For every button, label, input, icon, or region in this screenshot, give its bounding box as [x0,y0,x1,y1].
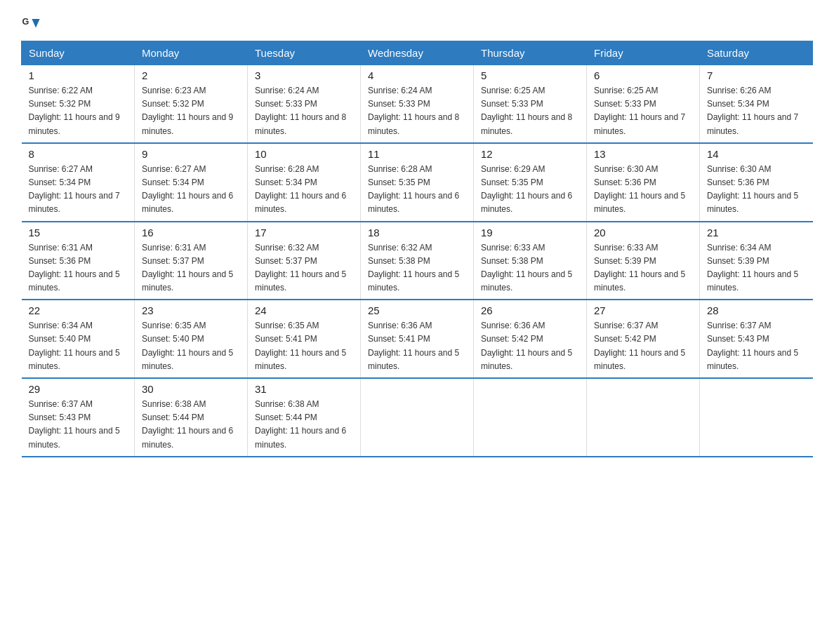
day-info: Sunrise: 6:31 AMSunset: 5:37 PMDaylight:… [142,241,240,295]
calendar-cell: 11 Sunrise: 6:28 AMSunset: 5:35 PMDaylig… [361,143,474,222]
week-row-2: 8 Sunrise: 6:27 AMSunset: 5:34 PMDayligh… [22,143,813,222]
calendar-table: SundayMondayTuesdayWednesdayThursdayFrid… [21,41,813,457]
day-info: Sunrise: 6:32 AMSunset: 5:37 PMDaylight:… [255,241,353,295]
calendar-cell: 9 Sunrise: 6:27 AMSunset: 5:34 PMDayligh… [135,143,248,222]
day-number: 19 [481,227,579,239]
calendar-cell: 25 Sunrise: 6:36 AMSunset: 5:41 PMDaylig… [361,300,474,378]
day-info: Sunrise: 6:28 AMSunset: 5:34 PMDaylight:… [255,163,353,217]
calendar-cell: 3 Sunrise: 6:24 AMSunset: 5:33 PMDayligh… [248,65,361,143]
day-number: 2 [142,69,240,81]
svg-text:G: G [22,17,29,27]
day-info: Sunrise: 6:33 AMSunset: 5:38 PMDaylight:… [481,241,579,295]
calendar-cell: 1 Sunrise: 6:22 AMSunset: 5:32 PMDayligh… [22,65,135,143]
header-cell-thursday: Thursday [474,41,587,65]
calendar-cell: 10 Sunrise: 6:28 AMSunset: 5:34 PMDaylig… [248,143,361,222]
day-number: 31 [255,383,353,395]
day-number: 17 [255,227,353,239]
day-info: Sunrise: 6:24 AMSunset: 5:33 PMDaylight:… [255,84,353,138]
header-cell-sunday: Sunday [22,41,135,65]
day-info: Sunrise: 6:32 AMSunset: 5:38 PMDaylight:… [368,241,466,295]
header-cell-tuesday: Tuesday [248,41,361,65]
day-number: 26 [481,304,579,316]
week-row-3: 15 Sunrise: 6:31 AMSunset: 5:36 PMDaylig… [22,222,813,300]
day-number: 16 [142,227,240,239]
week-row-4: 22 Sunrise: 6:34 AMSunset: 5:40 PMDaylig… [22,300,813,378]
calendar-cell: 7 Sunrise: 6:26 AMSunset: 5:34 PMDayligh… [700,65,813,143]
calendar-cell: 13 Sunrise: 6:30 AMSunset: 5:36 PMDaylig… [587,143,700,222]
svg-marker-1 [32,19,39,28]
calendar-cell: 23 Sunrise: 6:35 AMSunset: 5:40 PMDaylig… [135,300,248,378]
calendar-cell: 22 Sunrise: 6:34 AMSunset: 5:40 PMDaylig… [22,300,135,378]
calendar-cell: 28 Sunrise: 6:37 AMSunset: 5:43 PMDaylig… [700,300,813,378]
day-info: Sunrise: 6:33 AMSunset: 5:39 PMDaylight:… [594,241,692,295]
page-header: G [21,14,813,34]
day-number: 25 [368,304,466,316]
header-row: SundayMondayTuesdayWednesdayThursdayFrid… [22,41,813,65]
calendar-cell: 29 Sunrise: 6:37 AMSunset: 5:43 PMDaylig… [22,378,135,457]
day-number: 29 [29,383,128,395]
day-number: 18 [368,227,466,239]
calendar-cell: 27 Sunrise: 6:37 AMSunset: 5:42 PMDaylig… [587,300,700,378]
day-info: Sunrise: 6:31 AMSunset: 5:36 PMDaylight:… [29,241,128,295]
calendar-cell [700,378,813,457]
calendar-cell: 14 Sunrise: 6:30 AMSunset: 5:36 PMDaylig… [700,143,813,222]
calendar-cell: 5 Sunrise: 6:25 AMSunset: 5:33 PMDayligh… [474,65,587,143]
day-info: Sunrise: 6:35 AMSunset: 5:41 PMDaylight:… [255,319,353,373]
day-info: Sunrise: 6:30 AMSunset: 5:36 PMDaylight:… [707,163,806,217]
logo-icon: G [21,14,41,34]
day-number: 21 [707,227,806,239]
calendar-cell: 15 Sunrise: 6:31 AMSunset: 5:36 PMDaylig… [22,222,135,300]
day-number: 10 [255,148,353,160]
day-number: 6 [594,69,692,81]
day-info: Sunrise: 6:24 AMSunset: 5:33 PMDaylight:… [368,84,466,138]
calendar-cell: 2 Sunrise: 6:23 AMSunset: 5:32 PMDayligh… [135,65,248,143]
day-number: 15 [29,227,128,239]
calendar-cell: 19 Sunrise: 6:33 AMSunset: 5:38 PMDaylig… [474,222,587,300]
calendar-cell: 12 Sunrise: 6:29 AMSunset: 5:35 PMDaylig… [474,143,587,222]
day-info: Sunrise: 6:37 AMSunset: 5:43 PMDaylight:… [707,319,806,373]
header-cell-monday: Monday [135,41,248,65]
day-number: 12 [481,148,579,160]
day-info: Sunrise: 6:27 AMSunset: 5:34 PMDaylight:… [29,163,128,217]
day-number: 14 [707,148,806,160]
calendar-cell [361,378,474,457]
day-info: Sunrise: 6:35 AMSunset: 5:40 PMDaylight:… [142,319,240,373]
calendar-cell: 31 Sunrise: 6:38 AMSunset: 5:44 PMDaylig… [248,378,361,457]
day-number: 30 [142,383,240,395]
day-number: 7 [707,69,806,81]
day-number: 4 [368,69,466,81]
day-info: Sunrise: 6:27 AMSunset: 5:34 PMDaylight:… [142,163,240,217]
week-row-5: 29 Sunrise: 6:37 AMSunset: 5:43 PMDaylig… [22,378,813,457]
day-info: Sunrise: 6:36 AMSunset: 5:42 PMDaylight:… [481,319,579,373]
calendar-cell: 26 Sunrise: 6:36 AMSunset: 5:42 PMDaylig… [474,300,587,378]
calendar-header: SundayMondayTuesdayWednesdayThursdayFrid… [22,41,813,65]
day-info: Sunrise: 6:34 AMSunset: 5:39 PMDaylight:… [707,241,806,295]
day-number: 5 [481,69,579,81]
calendar-cell: 24 Sunrise: 6:35 AMSunset: 5:41 PMDaylig… [248,300,361,378]
day-info: Sunrise: 6:26 AMSunset: 5:34 PMDaylight:… [707,84,806,138]
calendar-cell: 4 Sunrise: 6:24 AMSunset: 5:33 PMDayligh… [361,65,474,143]
calendar-cell: 6 Sunrise: 6:25 AMSunset: 5:33 PMDayligh… [587,65,700,143]
day-number: 13 [594,148,692,160]
day-number: 9 [142,148,240,160]
calendar-cell: 30 Sunrise: 6:38 AMSunset: 5:44 PMDaylig… [135,378,248,457]
day-number: 27 [594,304,692,316]
day-info: Sunrise: 6:22 AMSunset: 5:32 PMDaylight:… [29,84,128,138]
day-number: 3 [255,69,353,81]
day-info: Sunrise: 6:37 AMSunset: 5:43 PMDaylight:… [29,398,128,452]
day-info: Sunrise: 6:30 AMSunset: 5:36 PMDaylight:… [594,163,692,217]
calendar-cell: 8 Sunrise: 6:27 AMSunset: 5:34 PMDayligh… [22,143,135,222]
calendar-cell: 17 Sunrise: 6:32 AMSunset: 5:37 PMDaylig… [248,222,361,300]
header-cell-friday: Friday [587,41,700,65]
day-info: Sunrise: 6:29 AMSunset: 5:35 PMDaylight:… [481,163,579,217]
day-info: Sunrise: 6:23 AMSunset: 5:32 PMDaylight:… [142,84,240,138]
day-info: Sunrise: 6:28 AMSunset: 5:35 PMDaylight:… [368,163,466,217]
calendar-cell: 20 Sunrise: 6:33 AMSunset: 5:39 PMDaylig… [587,222,700,300]
day-info: Sunrise: 6:34 AMSunset: 5:40 PMDaylight:… [29,319,128,373]
day-number: 20 [594,227,692,239]
logo: G [21,14,44,34]
day-number: 11 [368,148,466,160]
day-info: Sunrise: 6:25 AMSunset: 5:33 PMDaylight:… [594,84,692,138]
day-number: 28 [707,304,806,316]
day-number: 1 [29,69,128,81]
